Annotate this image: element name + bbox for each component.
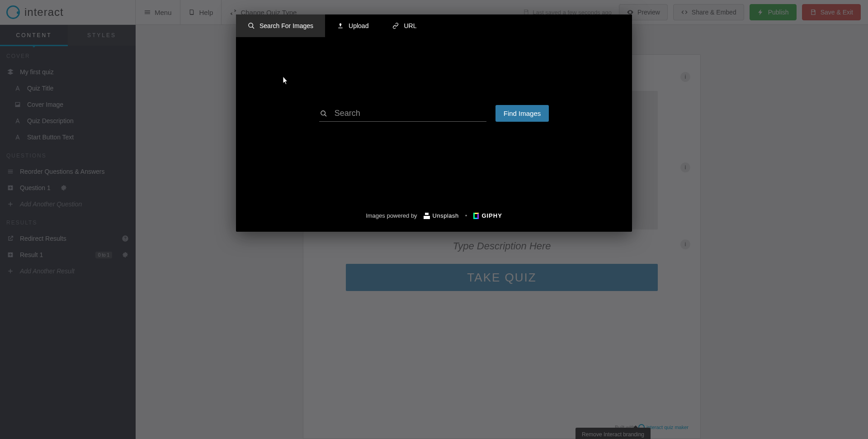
image-search-field[interactable] xyxy=(319,105,486,122)
image-search-row: Find Images xyxy=(254,105,614,122)
giphy-icon xyxy=(473,213,479,219)
modal-tab-url-label: URL xyxy=(404,22,416,29)
unsplash-icon xyxy=(424,213,430,219)
image-search-input[interactable] xyxy=(334,108,486,119)
modal-tab-upload-label: Upload xyxy=(349,22,368,29)
modal-body: Find Images Images powered by Unsplash •… xyxy=(236,37,632,232)
find-images-label: Find Images xyxy=(504,110,541,117)
modal-tab-url[interactable]: URL xyxy=(380,14,428,37)
modal-tab-search-label: Search For Images xyxy=(259,22,313,29)
image-picker-modal: Search For Images Upload URL Find Imag xyxy=(236,14,632,232)
unsplash-logo[interactable]: Unsplash xyxy=(424,212,459,219)
unsplash-text: Unsplash xyxy=(433,212,459,219)
separator-dot: • xyxy=(465,212,467,219)
modal-tab-upload[interactable]: Upload xyxy=(325,14,380,37)
giphy-logo[interactable]: GIPHY xyxy=(473,212,502,219)
modal-tabs: Search For Images Upload URL xyxy=(236,14,632,37)
upload-icon xyxy=(337,22,344,29)
find-images-button[interactable]: Find Images xyxy=(495,105,549,122)
giphy-text: GIPHY xyxy=(481,212,502,219)
image-attribution: Images powered by Unsplash • GIPHY xyxy=(236,212,632,219)
attribution-lead: Images powered by xyxy=(366,212,417,219)
search-icon xyxy=(248,22,255,29)
link-icon xyxy=(392,22,399,29)
search-icon xyxy=(320,110,327,117)
modal-tab-search[interactable]: Search For Images xyxy=(236,14,325,37)
